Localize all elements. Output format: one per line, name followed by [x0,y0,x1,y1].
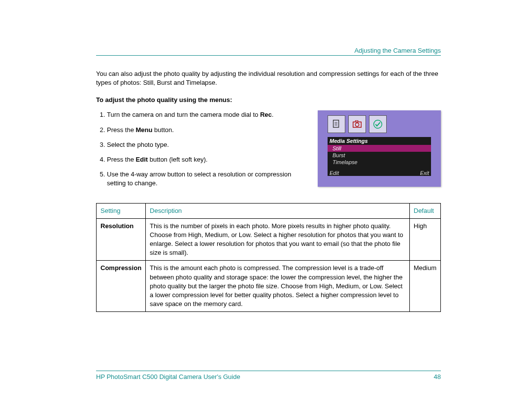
step-text: Turn the camera on and turn the camera m… [107,111,260,118]
step-4: Press the Edit button (left soft key). [107,155,308,164]
cell-default: High [409,218,440,261]
step-3: Select the photo type. [107,140,308,149]
document-icon [328,115,345,133]
camera-screen-illustration: Media Settings Still Burst Timelapse Edi… [318,110,441,187]
menu-box: Media Settings Still Burst Timelapse Edi… [328,137,431,176]
cell-description: This is the number of pixels in each pho… [146,218,410,261]
step-text: Press the [107,156,136,163]
step-5: Use the 4-way arrow button to select a r… [107,170,308,188]
col-description: Description [146,203,410,218]
col-default: Default [409,203,440,218]
step-1: Turn the camera on and turn the camera m… [107,110,308,119]
svg-point-5 [355,123,359,127]
svg-point-7 [374,120,382,129]
checkmark-icon [369,115,387,133]
cell-setting: Compression [97,261,146,312]
table-row: Compression This is the amount each phot… [97,261,441,312]
step-text: button (left soft key). [148,156,207,163]
step-2: Press the Menu button. [107,126,308,135]
menu-title: Media Settings [328,137,431,145]
softkeys: Edit Exit [328,170,431,176]
footer-bar: HP PhotoSmart C500 Digital Camera User's… [96,371,441,380]
step-text: button. [152,126,173,134]
page: Adjusting the Camera Settings You can al… [0,0,532,411]
step-text: . [272,111,274,118]
cell-setting: Resolution [97,218,146,261]
step-bold: Rec [260,111,272,118]
footer-guide: HP PhotoSmart C500 Digital Camera User's… [96,373,240,380]
table-header-row: Setting Description Default [97,203,441,218]
softkey-right: Exit [420,170,429,176]
cell-default: Medium [409,261,440,312]
intro-paragraph: You can also adjust the photo quality by… [96,69,441,87]
steps-list: Turn the camera on and turn the camera m… [96,110,308,188]
cell-description: This is the amount each photo is compres… [146,261,410,312]
step-text: Press the [107,126,136,134]
header-bar: Adjusting the Camera Settings [96,47,441,56]
body-row: Turn the camera on and turn the camera m… [96,110,441,194]
table-row: Resolution This is the number of pixels … [97,218,441,261]
settings-table: Setting Description Default Resolution T… [96,203,441,312]
steps-column: Turn the camera on and turn the camera m… [96,110,308,194]
menu-item-timelapse: Timelapse [328,159,431,166]
step-bold: Menu [136,126,153,134]
section-title: Adjusting the Camera Settings [354,47,441,54]
softkey-left: Edit [330,170,339,176]
icon-bar [328,115,387,133]
step-bold: Edit [136,156,148,163]
col-setting: Setting [97,203,146,218]
menu-item-burst: Burst [328,152,431,159]
svg-rect-6 [355,121,358,122]
menu-item-still: Still [328,145,431,152]
page-number: 48 [434,373,441,380]
procedure-title: To adjust the photo quality using the me… [96,96,441,103]
camera-icon [348,115,366,133]
